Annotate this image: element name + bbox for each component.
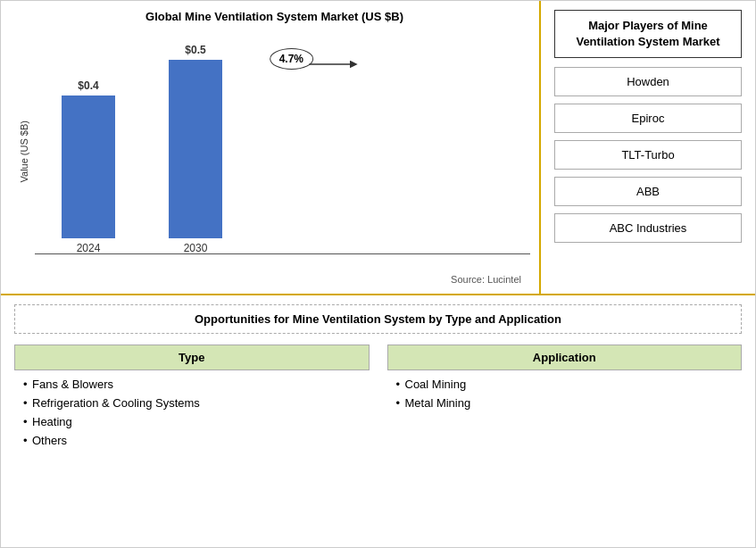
bar-year-2030: 2030 bbox=[184, 242, 208, 254]
bottom-columns: Type Fans & Blowers Refrigeration & Cool… bbox=[14, 345, 742, 538]
bars-inner: 4.7% bbox=[35, 30, 530, 272]
chart-area: Value (US $B) 4.7% bbox=[19, 30, 530, 272]
application-column: Application Coal Mining Metal Mining bbox=[387, 345, 743, 538]
bar-group-2030: $0.5 2030 bbox=[169, 44, 222, 254]
type-item-2: Refrigeration & Cooling Systems bbox=[23, 396, 370, 410]
bar-value-2030: $0.5 bbox=[185, 44, 205, 56]
type-item-1: Fans & Blowers bbox=[23, 378, 370, 391]
type-column: Type Fans & Blowers Refrigeration & Cool… bbox=[14, 345, 370, 538]
y-axis-label: Value (US $B) bbox=[19, 120, 29, 183]
bar-2024 bbox=[62, 95, 115, 238]
bar-2030 bbox=[169, 60, 222, 238]
type-item-3: Heating bbox=[23, 415, 370, 428]
bar-group-2024: $0.4 2024 bbox=[62, 79, 115, 254]
chart-title: Global Mine Ventilation System Market (U… bbox=[145, 10, 403, 23]
bar-value-2024: $0.4 bbox=[78, 79, 98, 92]
application-items: Coal Mining Metal Mining bbox=[387, 378, 743, 415]
bottom-section: Opportunities for Mine Ventilation Syste… bbox=[1, 295, 755, 547]
application-item-1: Coal Mining bbox=[396, 378, 743, 391]
player-abb: ABB bbox=[554, 177, 742, 206]
cagr-annotation: 4.7% bbox=[270, 48, 313, 70]
type-items: Fans & Blowers Refrigeration & Cooling S… bbox=[14, 378, 370, 453]
type-item-4: Others bbox=[23, 434, 370, 447]
cagr-arrow-svg bbox=[309, 55, 362, 73]
cagr-circle: 4.7% bbox=[270, 48, 313, 70]
main-container: Global Mine Ventilation System Market (U… bbox=[0, 0, 756, 548]
player-howden: Howden bbox=[554, 67, 742, 96]
bars-container: 4.7% bbox=[35, 30, 530, 272]
x-axis-line bbox=[35, 253, 530, 254]
players-title: Major Players of Mine Ventilation System… bbox=[554, 10, 742, 58]
bar-year-2024: 2024 bbox=[77, 242, 101, 254]
players-section: Major Players of Mine Ventilation System… bbox=[541, 1, 755, 294]
type-header: Type bbox=[14, 345, 370, 370]
player-epiroc: Epiroc bbox=[554, 104, 742, 133]
chart-section: Global Mine Ventilation System Market (U… bbox=[1, 1, 541, 294]
source-text: Source: Lucintel bbox=[19, 274, 530, 285]
player-abc-industries: ABC Industries bbox=[554, 213, 742, 243]
opportunities-title: Opportunities for Mine Ventilation Syste… bbox=[14, 304, 742, 334]
top-section: Global Mine Ventilation System Market (U… bbox=[1, 1, 755, 295]
application-header: Application bbox=[387, 345, 743, 370]
player-tlt-turbo: TLT-Turbo bbox=[554, 140, 742, 170]
application-item-2: Metal Mining bbox=[396, 396, 743, 410]
